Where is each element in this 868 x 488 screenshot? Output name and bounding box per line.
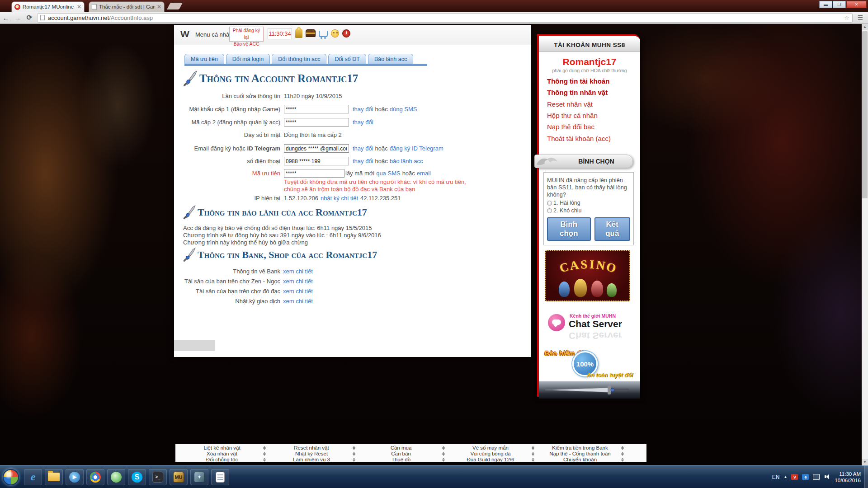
footer-link[interactable]: Làm nhiệm vụ 3 (272, 457, 351, 462)
spinner-icon[interactable] (530, 446, 536, 450)
taskbar-icon-chrome[interactable] (86, 469, 104, 485)
radio-icon[interactable] (547, 208, 552, 213)
footer-link[interactable]: Kiểm tra tiền trong Bank (541, 445, 619, 450)
show-desktop-button[interactable] (864, 466, 868, 488)
tab-close-icon[interactable]: ✕ (77, 4, 81, 10)
scroll-up-arrow[interactable]: ▲ (862, 24, 868, 30)
smiley-medal-icon[interactable] (331, 29, 339, 38)
item-insurance-badge[interactable]: Bảo hiểm đồ 100% An toàn tuyệt đối (544, 348, 633, 379)
taskbar-icon-console[interactable]: >_ (149, 469, 167, 485)
footer-link[interactable]: Vui cùng bóng đá (451, 451, 530, 456)
maximize-button[interactable]: ❐ (833, 1, 846, 8)
footer-link[interactable]: Reset nhân vật (272, 445, 351, 450)
taskbar-icon-notepad[interactable] (211, 469, 229, 485)
change-password2-link[interactable]: thay đổi (353, 119, 373, 126)
taskbar-icon-explorer[interactable] (45, 469, 63, 485)
spinner-icon[interactable] (530, 452, 536, 456)
spinner-icon[interactable] (351, 452, 357, 456)
taskbar-icon-media-player[interactable]: ▶ (66, 469, 84, 485)
refresh-button[interactable]: ⟳ (24, 14, 35, 22)
personal-menu-link[interactable]: Menu cá nhân (195, 31, 232, 38)
use-sms-link[interactable]: dùng SMS (390, 106, 417, 113)
footer-link[interactable]: Nạp thẻ - Cổng thanh toán (541, 451, 619, 456)
vote-button[interactable]: Bình chọn (547, 217, 591, 241)
footer-link[interactable]: Đổi chủng tộc (183, 457, 261, 462)
sidebar-link-topup[interactable]: Nạp thẻ đổi bạc (547, 123, 594, 131)
register-telegram-link[interactable]: đăng ký ID Telegram (390, 145, 443, 152)
footer-link[interactable]: Cần mua (362, 445, 440, 450)
tab-change-login[interactable]: Đổi mã login (226, 54, 270, 64)
chat-server-banner[interactable]: Kênh thế giới MUHN Chat Server Chat Serv… (547, 310, 628, 346)
spinner-icon[interactable] (261, 458, 268, 462)
tab-guarantee[interactable]: Bảo lãnh acc (368, 54, 413, 64)
spinner-icon[interactable] (261, 446, 268, 450)
spinner-icon[interactable] (619, 458, 626, 462)
new-code-email-link[interactable]: email (417, 170, 431, 177)
poll-option-2[interactable]: 2. Khó chịu (547, 207, 630, 214)
footer-link[interactable]: Chuyển khoản (541, 457, 619, 462)
volume-icon[interactable] (824, 474, 830, 480)
transaction-log-detail-link[interactable]: xem chi tiết (283, 298, 313, 305)
back-button[interactable]: ← (0, 14, 12, 22)
sidebar-link-reset-character[interactable]: Reset nhân vật (547, 100, 593, 108)
footer-link[interactable]: Nhật ký Reset (272, 451, 351, 456)
footer-link[interactable]: Vé số may mắn (451, 445, 530, 450)
spinner-icon[interactable] (619, 446, 626, 450)
tab-priority-code[interactable]: Mã ưu tiên (184, 54, 224, 64)
tray-expand-icon[interactable]: ▲ (784, 475, 788, 479)
spinner-icon[interactable] (440, 458, 447, 462)
bookmark-star-icon[interactable]: ☆ (844, 14, 849, 21)
taskbar-icon-ie[interactable]: e (24, 469, 42, 485)
spinner-icon[interactable] (440, 446, 447, 450)
phone-input[interactable] (284, 157, 349, 165)
change-phone-link[interactable]: thay đổi (353, 158, 373, 164)
close-button[interactable]: ✕ (846, 1, 867, 8)
language-indicator[interactable]: EN (772, 474, 780, 480)
taskbar-icon-game-tool[interactable]: ✦ (190, 469, 208, 485)
browser-scrollbar[interactable]: ▲ ▼ (862, 24, 868, 465)
start-button[interactable] (3, 469, 19, 485)
casino-banner[interactable]: C A S I N O (545, 250, 630, 301)
spinner-icon[interactable] (351, 458, 357, 462)
sidebar-link-mailbox[interactable]: Hộp thư cá nhân (547, 112, 598, 119)
password2-input[interactable] (284, 118, 349, 127)
radio-icon[interactable] (547, 201, 552, 206)
results-button[interactable]: Kết quả (594, 217, 630, 241)
taskbar-icon-skype[interactable]: S (128, 469, 146, 485)
change-password1-link[interactable]: thay đổi (353, 106, 373, 113)
new-tab-button[interactable] (167, 3, 183, 9)
site-logo[interactable]: W (180, 30, 189, 39)
browser-tab-forum[interactable]: Thắc mắc - đổi sdt | Gam ✕ (89, 1, 165, 12)
logout-power-icon[interactable] (342, 29, 350, 38)
tray-app-icon[interactable]: e (802, 474, 809, 480)
bank-detail-link[interactable]: xem chi tiết (283, 268, 313, 275)
shopping-cart-icon[interactable] (319, 31, 328, 37)
spinner-icon[interactable] (440, 452, 447, 456)
email-input[interactable] (284, 144, 349, 153)
sidebar-link-logout[interactable]: Thoát tài khoản (acc) (547, 135, 611, 142)
browser-menu-icon[interactable]: ☰ (855, 14, 865, 21)
footer-link[interactable]: Cần bán (362, 451, 440, 456)
scrollbar-thumb[interactable] (862, 31, 868, 198)
priority-code-input[interactable] (284, 169, 344, 178)
tab-change-info[interactable]: Đổi thông tin acc (272, 54, 326, 64)
minimize-button[interactable]: ▬ (819, 1, 832, 8)
ip-log-link[interactable]: nhật ký chi tiết (321, 195, 358, 202)
change-email-link[interactable]: thay đổi (353, 145, 373, 152)
treasure-chest-icon[interactable] (306, 29, 316, 37)
tab-close-icon[interactable]: ✕ (157, 4, 161, 10)
guarantee-acc-link[interactable]: bảo lãnh acc (390, 158, 423, 164)
new-code-sms-link[interactable]: qua SMS (376, 170, 400, 177)
address-bar[interactable]: account.gamethuvn.net /AccountInfo.asp ☆ (37, 13, 853, 23)
gold-statue-icon[interactable] (295, 28, 302, 38)
scroll-down-arrow[interactable]: ▼ (862, 459, 868, 465)
footer-link[interactable]: Liệt kê nhân vật (183, 445, 261, 450)
sidebar-link-account-info[interactable]: Thông tin tài khoản (547, 77, 609, 85)
browser-tab-account[interactable]: Romantjc17 MUonline SS ✕ (11, 1, 85, 12)
spinner-icon[interactable] (530, 458, 536, 462)
taskbar-clock[interactable]: 11:30 AM 10/06/2016 (835, 471, 861, 483)
footer-link[interactable]: Thuê đồ (362, 457, 440, 462)
zen-market-detail-link[interactable]: xem chi tiết (283, 278, 313, 285)
taskbar-icon-mu-game[interactable]: MU (170, 469, 188, 485)
sidebar-link-character-info[interactable]: Thông tin nhân vật (547, 89, 608, 96)
